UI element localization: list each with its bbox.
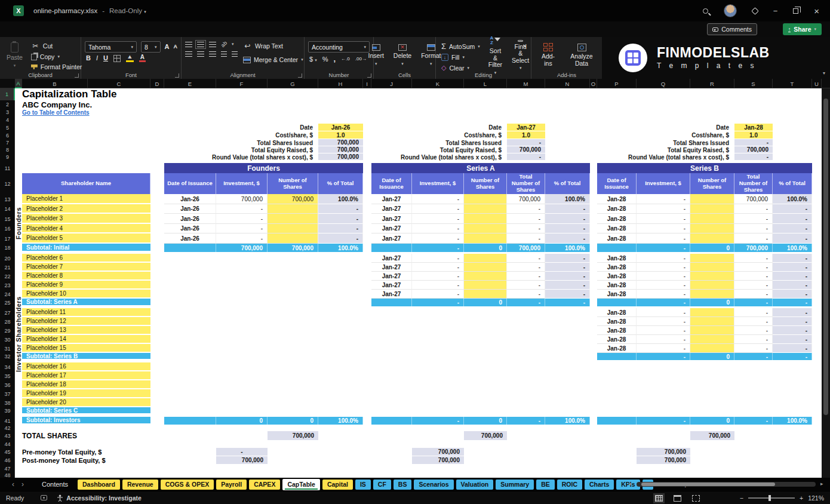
column-header-M[interactable]: M — [507, 79, 545, 88]
column-header-K[interactable]: K — [412, 79, 464, 88]
number-dialog-launcher[interactable] — [367, 73, 371, 78]
cell[interactable]: 700,000 — [268, 194, 318, 204]
column-header-R[interactable]: R — [690, 79, 734, 88]
series-a-section-header[interactable]: Series A — [371, 163, 590, 173]
sheet-tab-captable[interactable]: CapTable — [282, 479, 319, 490]
restore-button[interactable] — [793, 8, 798, 14]
subtotal-cell[interactable] — [164, 244, 216, 252]
row-header-38[interactable]: 38 — [0, 398, 15, 407]
subtotal-label-cell[interactable]: Subtotal: Series B — [22, 353, 150, 360]
sheet-tab-is[interactable]: IS — [355, 480, 371, 490]
pre-money-value[interactable]: 700,000 — [412, 448, 464, 456]
cell[interactable]: 100.0% — [318, 194, 363, 204]
series-a-info-value[interactable]: 700,000 — [507, 146, 545, 153]
fill-color-button[interactable]: ⛰ — [126, 54, 134, 62]
company-name-cell[interactable]: ABC Company Inc. — [22, 100, 201, 109]
subtotal-cell[interactable]: - — [637, 244, 690, 252]
sheet-tab-dashboard[interactable]: Dashboard — [78, 480, 120, 490]
subtotal-cell[interactable]: 100.0% — [545, 244, 590, 252]
delete-cells-button[interactable]: ✕ Delete▾ — [391, 40, 414, 70]
row-header-43[interactable]: 43 — [0, 431, 15, 441]
cell[interactable]: - — [545, 263, 590, 272]
cell[interactable]: - — [412, 272, 464, 281]
fill-button[interactable]: ↓Fill ▾ — [439, 53, 482, 62]
sheet-tab-bs[interactable]: BS — [394, 480, 412, 490]
cell[interactable]: Jan-28 — [597, 214, 637, 224]
cell[interactable]: - — [734, 272, 773, 281]
cell[interactable]: Jan-27 — [371, 214, 412, 224]
founders-info-label[interactable]: Round Value (total shares x cost), $ — [167, 153, 316, 161]
cell[interactable] — [690, 204, 734, 214]
page-break-view-button[interactable] — [692, 495, 700, 502]
cell[interactable]: - — [318, 214, 363, 224]
column-header-cell[interactable]: Number of Shares — [464, 173, 507, 194]
cell[interactable]: Jan-26 — [164, 224, 216, 233]
row-header-8[interactable]: 8 — [0, 146, 15, 153]
hscroll-right-arrow[interactable]: ▸ — [820, 481, 823, 487]
cell[interactable]: - — [216, 204, 268, 214]
clear-button[interactable]: ◇Clear ▾ — [439, 63, 482, 72]
accessibility-status[interactable]: Accessibility: Investigate — [57, 494, 141, 502]
cell[interactable] — [690, 335, 734, 344]
align-bottom-icon[interactable] — [209, 42, 216, 47]
cell[interactable]: Jan-28 — [597, 290, 637, 299]
copy-button[interactable]: Copy ▾ — [29, 53, 84, 61]
sheet-tab-scenarios[interactable]: Scenarios — [414, 480, 453, 490]
series-a-info-label[interactable]: Cost/share, $ — [370, 131, 505, 139]
cell[interactable]: Jan-27 — [371, 204, 412, 214]
cell[interactable] — [690, 317, 734, 326]
pre-money-value[interactable]: 700,000 — [637, 448, 690, 456]
shareholder-name-cell[interactable]: Placeholder 15 — [22, 344, 150, 353]
alignment-dialog-launcher[interactable] — [298, 73, 302, 78]
subtotal-cell[interactable]: 100.0% — [773, 417, 812, 425]
cell[interactable]: - — [734, 281, 773, 290]
row-header-42[interactable]: 42 — [0, 425, 15, 431]
subtotal-cell[interactable]: 0 — [690, 299, 734, 306]
investor-shareholders-side-label[interactable]: Investor Shareholders — [15, 254, 22, 414]
cell[interactable]: - — [734, 290, 773, 299]
founders-info-value[interactable]: 700,000 — [318, 153, 363, 161]
subtotal-cell[interactable]: - — [412, 299, 464, 306]
subtotal-cell[interactable] — [597, 353, 637, 360]
subtotal-label-cell[interactable]: Subtotal: Series C — [22, 407, 150, 414]
subtotal-cell[interactable]: 700,000 — [507, 244, 545, 252]
cell[interactable]: Jan-27 — [371, 194, 412, 204]
sheet-tab-cogs-opex[interactable]: COGS & OPEX — [161, 480, 214, 490]
cell[interactable]: 100.0% — [545, 194, 590, 204]
cell[interactable]: - — [773, 224, 812, 233]
row-header-25[interactable]: 25 — [0, 299, 15, 306]
column-header-cell[interactable]: % of Total — [773, 173, 812, 194]
series-b-info-label[interactable]: Cost/share, $ — [597, 131, 732, 139]
cell[interactable]: - — [734, 224, 773, 233]
column-header-F[interactable]: F — [216, 79, 268, 88]
user-avatar[interactable] — [724, 4, 737, 17]
column-header-T[interactable]: T — [773, 79, 812, 88]
total-shares-value[interactable]: 700,000 — [690, 431, 734, 441]
decrease-indent-icon[interactable] — [221, 51, 227, 57]
vertical-scrollbar-thumb[interactable] — [823, 99, 828, 415]
cell[interactable]: - — [637, 317, 690, 326]
cell[interactable] — [690, 272, 734, 281]
cell[interactable]: - — [734, 214, 773, 224]
series-b-info-label[interactable]: Total Equity Raised, $ — [597, 146, 732, 153]
subtotal-cell[interactable]: 0 — [464, 417, 507, 425]
series-b-info-value[interactable]: Jan-28 — [734, 124, 773, 131]
row-header-30[interactable]: 30 — [0, 335, 15, 344]
row-header-1[interactable]: 1 — [0, 88, 15, 100]
cell[interactable]: - — [545, 272, 590, 281]
column-header-J[interactable]: J — [371, 79, 412, 88]
cell[interactable]: - — [318, 233, 363, 244]
series-b-info-value[interactable]: - — [734, 153, 773, 161]
row-header-29[interactable]: 29 — [0, 326, 15, 335]
font-size-select[interactable]: 8▾ — [141, 41, 161, 53]
cell[interactable]: - — [412, 194, 464, 204]
cell[interactable]: - — [507, 290, 545, 299]
sheet-tab-charts[interactable]: Charts — [585, 480, 614, 490]
cell[interactable]: - — [412, 290, 464, 299]
cell[interactable]: - — [637, 233, 690, 244]
subtotal-cell[interactable] — [597, 299, 637, 306]
series-b-info-value[interactable]: 700,000 — [734, 146, 773, 153]
series-b-info-label[interactable]: Round Value (total shares x cost), $ — [597, 153, 732, 161]
cell[interactable]: Jan-28 — [597, 224, 637, 233]
row-header-24[interactable]: 24 — [0, 290, 15, 299]
